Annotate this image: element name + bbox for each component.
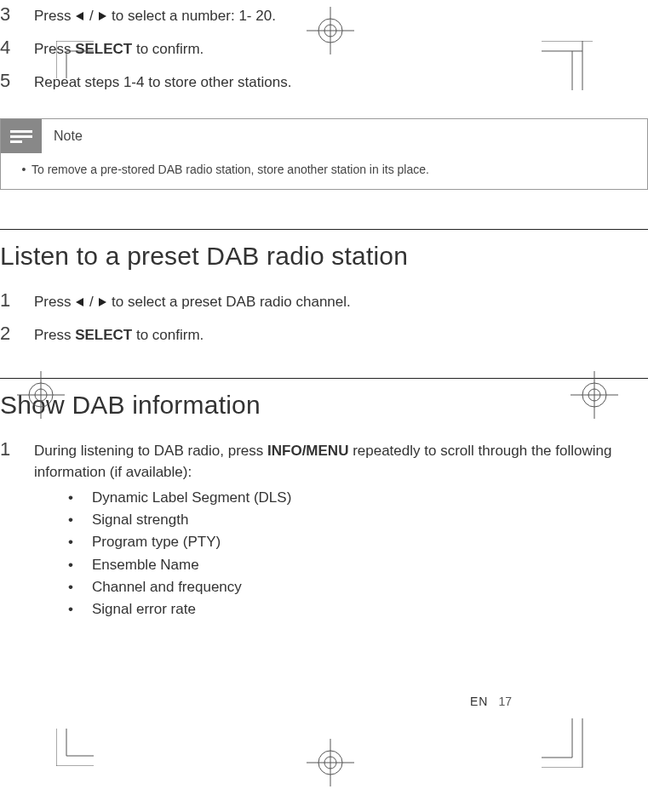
text: Press	[34, 327, 75, 343]
bullet-icon: •	[68, 531, 92, 553]
bullet-text: Signal strength	[92, 509, 188, 531]
text: to confirm.	[132, 327, 204, 343]
s1-step-1: 1 Press / to select a preset DAB radio c…	[0, 286, 648, 314]
slash: /	[85, 294, 97, 310]
reg-mark-left	[17, 371, 65, 419]
step-number: 2	[0, 319, 34, 347]
slash: /	[85, 8, 97, 24]
button-name: INFO/MENU	[267, 443, 348, 459]
crop-tr	[542, 41, 593, 90]
bullet-text: Dynamic Label Segment (DLS)	[92, 487, 291, 509]
bullet-text: Ensemble Name	[92, 554, 199, 576]
svg-marker-21	[76, 298, 83, 306]
list-item: •Dynamic Label Segment (DLS)	[68, 487, 648, 509]
svg-marker-17	[99, 12, 106, 20]
svg-marker-22	[99, 298, 106, 306]
info-bullet-list: •Dynamic Label Segment (DLS) •Signal str…	[68, 487, 648, 621]
section2-steps: 1 During listening to DAB radio, press I…	[0, 435, 648, 621]
list-item: •Signal strength	[68, 509, 648, 531]
text: Press	[34, 8, 75, 24]
section-title-show: Show DAB information	[0, 391, 648, 420]
left-arrow-icon	[75, 292, 85, 314]
bullet-icon: •	[68, 509, 92, 531]
bullet-icon: •	[68, 576, 92, 598]
text: to select a preset DAB radio channel.	[107, 294, 350, 310]
bullet-text: Signal error rate	[92, 598, 196, 620]
list-item: •Signal error rate	[68, 598, 648, 620]
svg-rect-19	[10, 135, 32, 138]
section-rule	[0, 378, 648, 379]
note-label: Note	[54, 129, 83, 144]
crop-tl	[56, 41, 94, 78]
svg-rect-18	[10, 130, 32, 133]
bullet-icon: •	[68, 554, 92, 576]
note-icon	[1, 119, 42, 153]
step-text: Press SELECT to confirm.	[34, 324, 648, 346]
page-number: 17	[498, 695, 512, 708]
step-number: 1	[0, 286, 34, 314]
crop-br	[542, 718, 593, 768]
list-item: •Program type (PTY)	[68, 531, 648, 553]
svg-rect-20	[10, 140, 22, 143]
note-text: To remove a pre-stored DAB radio station…	[32, 162, 429, 179]
step-text: During listening to DAB radio, press INF…	[34, 440, 648, 621]
reg-mark-right	[571, 371, 618, 419]
bullet-text: Program type (PTY)	[92, 531, 221, 553]
section1-steps: 1 Press / to select a preset DAB radio c…	[0, 286, 648, 347]
button-name: SELECT	[75, 327, 132, 343]
list-item: •Channel and frequency	[68, 576, 648, 598]
bullet-icon: •	[68, 598, 92, 620]
section-title-listen: Listen to a preset DAB radio station	[0, 242, 648, 271]
s2-step-1: 1 During listening to DAB radio, press I…	[0, 435, 648, 621]
page-footer: EN17	[470, 695, 512, 708]
text: Press	[34, 294, 75, 310]
language-code: EN	[470, 695, 488, 708]
text: to select a number: 1- 20.	[107, 8, 276, 24]
note-body: • To remove a pre-stored DAB radio stati…	[1, 153, 647, 189]
section-rule	[0, 229, 648, 230]
svg-marker-16	[76, 12, 83, 20]
page-content: 3 Press / to select a number: 1- 20. 4 P…	[0, 0, 648, 621]
step-number: 1	[0, 435, 34, 463]
bullet-icon: •	[16, 162, 32, 179]
step-text: Press / to select a preset DAB radio cha…	[34, 291, 648, 314]
reg-mark-bottom	[307, 739, 354, 786]
list-item: •Ensemble Name	[68, 554, 648, 576]
left-arrow-icon	[75, 6, 85, 28]
text: to confirm.	[132, 41, 204, 57]
bullet-icon: •	[68, 487, 92, 509]
right-arrow-icon	[97, 6, 107, 28]
step-number: 3	[0, 0, 34, 28]
note-box: Note • To remove a pre-stored DAB radio …	[0, 118, 648, 190]
text: During listening to DAB radio, press	[34, 443, 267, 459]
note-header: Note	[1, 119, 647, 153]
bullet-text: Channel and frequency	[92, 576, 242, 598]
reg-mark-top	[307, 7, 354, 54]
crop-bl	[56, 729, 94, 766]
step-number: 4	[0, 33, 34, 61]
step-number: 5	[0, 66, 34, 94]
s1-step-2: 2 Press SELECT to confirm.	[0, 319, 648, 347]
right-arrow-icon	[97, 292, 107, 314]
note-bullet: • To remove a pre-stored DAB radio stati…	[16, 162, 632, 179]
